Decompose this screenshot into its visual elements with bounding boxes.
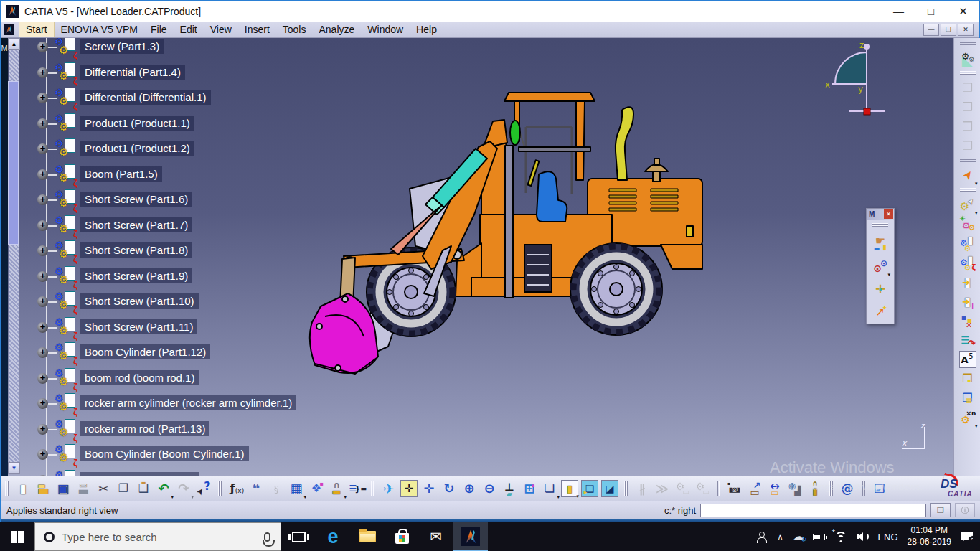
mirror[interactable] [510, 121, 524, 147]
tree-expander[interactable]: + [37, 67, 48, 78]
minimize-button[interactable]: — [882, 1, 915, 22]
tree-item-label[interactable]: boom rod (boom rod.1) [80, 370, 199, 385]
file-explorer-button[interactable] [350, 522, 385, 551]
language-indicator[interactable]: ENG [877, 532, 897, 542]
mdi-restore-button[interactable]: ❐ [941, 24, 956, 36]
tree-expander[interactable]: + [37, 373, 48, 384]
tree-scrollbar[interactable]: ▲ ▼ [8, 38, 20, 474]
action-center-icon[interactable]: 2 [961, 532, 973, 542]
menu-window[interactable]: Window [361, 22, 410, 37]
toolbar-handle[interactable] [960, 42, 976, 45]
part-icon[interactable]: ⚙⚙ζ [55, 419, 77, 441]
existing-component-icon[interactable]: ▮➜ [959, 273, 976, 291]
save-icon[interactable]: ▣ [55, 480, 72, 497]
print-icon[interactable]: ▬▭ [75, 480, 92, 497]
move-toolbar-close-button[interactable]: ✕ [884, 209, 893, 219]
menu-view[interactable]: View [204, 22, 238, 37]
dropdown-caret[interactable]: ▾ [887, 272, 890, 277]
tree-expander[interactable]: + [37, 296, 48, 307]
tree-item-label[interactable]: Product1 (Product1.1) [80, 116, 194, 131]
part-icon[interactable]: ⚙⚙ζ [55, 291, 77, 313]
smart-move-icon[interactable]: ➚✦ [872, 303, 889, 321]
undo-icon[interactable]: ↶▾ [155, 480, 172, 497]
part-icon[interactable]: ⚙⚙ζ [55, 266, 77, 288]
tree-item-label[interactable]: Boom Cylinder (Part1.12) [80, 344, 210, 359]
bucket[interactable] [310, 293, 378, 374]
tree-expander[interactable]: + [37, 398, 48, 409]
graph-tree-reordering-icon[interactable]: ☰↷ [959, 331, 976, 349]
tree-expander[interactable]: + [37, 194, 48, 205]
fly-mode-icon[interactable]: ✈ [380, 480, 397, 497]
part-icon[interactable]: ⚙⚙ζ [55, 164, 77, 186]
dropdown-caret[interactable]: ▾ [191, 494, 194, 499]
battery-icon[interactable] [813, 534, 825, 540]
tree-item-label[interactable]: Screw (Part1.3) [80, 39, 164, 54]
tree-item-label[interactable]: Differential (Part1.4) [80, 65, 185, 80]
3d-compass[interactable]: z x y [822, 39, 894, 122]
new-document-icon[interactable]: ▮ [14, 480, 32, 497]
dropdown-caret[interactable]: ▾ [576, 494, 579, 499]
part-icon[interactable]: ⚙⚙ζ [55, 470, 77, 476]
copy-icon[interactable]: ❐ [115, 480, 132, 497]
start-button[interactable] [0, 522, 34, 551]
tree-item-label[interactable]: Differential (Differential.1) [80, 90, 211, 105]
design-table-icon[interactable]: ▦▾ [288, 480, 305, 497]
tree-item-label[interactable]: rocker arm rod (Part1.13) [80, 421, 209, 436]
toolbar-handle[interactable] [872, 223, 888, 227]
store-button[interactable] [385, 522, 419, 551]
tree-item-label[interactable]: Short Screw (Part1.11) [80, 319, 197, 334]
onedrive-icon[interactable]: ☁↻ [792, 531, 804, 542]
rules-icon[interactable]: ☰}= [348, 480, 365, 497]
toolbar-handle[interactable] [960, 188, 976, 192]
mail-button[interactable]: ✉ [419, 522, 453, 551]
taskbar-search[interactable]: Type here to search [34, 522, 281, 551]
multi-view-icon[interactable]: ⊞▪ [521, 480, 538, 497]
tree-expander[interactable]: + [37, 143, 48, 154]
part-icon[interactable]: ⚙⚙ζ [55, 240, 77, 262]
toolbar-handle[interactable] [717, 481, 720, 496]
measure-between-icon[interactable]: ▭↔ [766, 480, 783, 497]
catia-app-icon[interactable] [6, 5, 19, 18]
view-mode-icon[interactable]: ◪ [601, 480, 618, 497]
normal-view-icon[interactable]: ⊥▰ [501, 480, 518, 497]
snap-icon[interactable]: ⊙⊙▾ [872, 258, 889, 275]
menu-help[interactable]: Help [410, 22, 443, 37]
tree-expander[interactable]: + [37, 42, 48, 52]
isometric-view-icon[interactable]: ❏▾ [541, 480, 558, 497]
web-spiral-icon[interactable]: @ [839, 480, 856, 497]
menu-start[interactable]: Start [19, 22, 55, 37]
dropdown-caret[interactable]: ▾ [171, 494, 174, 499]
rotate-icon[interactable]: ↻ [440, 480, 458, 497]
dropdown-caret[interactable]: ▾ [975, 181, 978, 186]
selective-load-icon[interactable]: ❒▪ [959, 370, 976, 387]
clock[interactable]: 01:04 PM 28-06-2019 [908, 525, 951, 547]
volume-icon[interactable] [857, 532, 868, 542]
fit-all-in-icon[interactable]: ✛ [400, 480, 418, 497]
part-icon[interactable]: ⚙⚙ζ [55, 215, 77, 237]
dropdown-caret[interactable]: ▾ [303, 494, 306, 499]
tree-item-label[interactable]: Short Screw (Part1.10) [80, 293, 199, 309]
knowledge-comment-icon[interactable]: ❝ [248, 480, 265, 497]
generate-numbering-icon[interactable]: A5 [959, 351, 976, 368]
render-camera-icon[interactable]: ◉▟ [786, 480, 804, 497]
wheel-loader-model[interactable] [302, 80, 718, 381]
open-folder-icon[interactable]: ▬▬ [34, 480, 52, 497]
seat[interactable] [537, 171, 567, 222]
product-icon[interactable]: ⚙⚙ [55, 113, 77, 135]
command-input[interactable] [700, 504, 926, 517]
scroll-down-button[interactable]: ▼ [8, 462, 20, 474]
part-icon[interactable]: ⚙⚙ζ [55, 393, 77, 415]
new-part-icon[interactable]: ▮⚙⚙ζ [959, 254, 976, 271]
gears-cursor-icon[interactable]: ⚙➤▾ [959, 196, 976, 213]
paste-icon[interactable]: ❑▬ [135, 480, 152, 497]
fast-multi-instantiation-icon[interactable]: ⚙×n▾ [959, 409, 976, 426]
tree-item-label[interactable]: Short Screw (Part1.8) [80, 242, 192, 258]
part-icon[interactable]: ⚙⚙ζ [55, 189, 77, 211]
measure-inertia-weight-icon[interactable]: ▮∩ [806, 480, 824, 497]
capture-camera-icon[interactable]: ▬◎▪ [726, 480, 743, 497]
task-view-button[interactable] [281, 522, 316, 551]
dropdown-caret[interactable]: ▾ [975, 210, 978, 215]
zoom-out-icon[interactable]: ⊖ [481, 480, 498, 497]
tree-expander[interactable]: + [37, 347, 48, 358]
tree-item-label[interactable]: Short Screw (Part1.9) [80, 268, 192, 283]
